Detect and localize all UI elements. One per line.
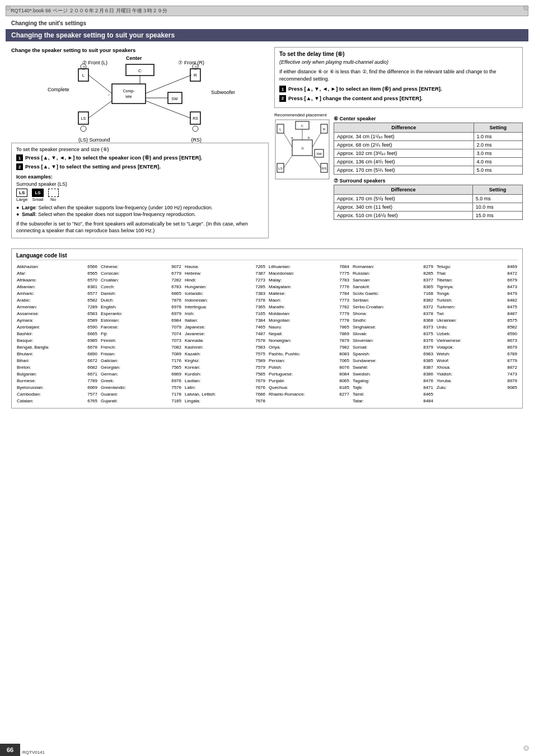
- lang-code: 7585: [255, 371, 265, 378]
- lang-code: 8377: [423, 277, 433, 284]
- lang-code: 7176: [171, 358, 181, 364]
- list-item: Yiddish:7473: [436, 371, 518, 378]
- lang-code: 6590: [87, 324, 97, 331]
- lang-name: Latin:: [185, 384, 196, 391]
- svg-text:C: C: [301, 124, 304, 128]
- list-item: Italian:7384: [184, 317, 266, 324]
- placement-and-tables: Recommended placement L C R: [274, 112, 523, 223]
- lang-code: 7869: [339, 331, 349, 337]
- surround-table-header-diff: Difference: [334, 185, 473, 194]
- lang-code: 7577: [87, 391, 97, 398]
- surround-table-header-setting: Setting: [472, 185, 522, 194]
- lang-code: 8590: [507, 331, 517, 337]
- list-item: Lingala:7678: [184, 398, 266, 405]
- right-panel: To set the delay time (⑥) (Effective onl…: [274, 47, 523, 243]
- right-step1-line: 1 Press [▲, ▼, ◄, ►] to select an item (…: [279, 86, 518, 92]
- list-item: Persian:7065: [268, 358, 350, 364]
- lang-code: 8472: [507, 270, 517, 277]
- list-item: Bengali, Bangla:6678: [16, 344, 98, 351]
- lang-code: 8479: [507, 290, 517, 297]
- list-item: Volapük:8679: [436, 344, 518, 351]
- list-item: Zulu:9085: [436, 384, 518, 391]
- lang-name: French:: [101, 344, 116, 351]
- lang-name: Kazakh:: [185, 351, 201, 358]
- lang-code: 7679: [255, 378, 265, 384]
- language-column: Abkhazian:6566Afar:6565Afrikaans:6570Alb…: [16, 264, 98, 405]
- list-item: Japanese:7465: [184, 324, 266, 331]
- lang-code: 8372: [423, 304, 433, 311]
- list-item: Icelandic:7383: [184, 290, 266, 297]
- list-item: Amharic:6577: [16, 290, 98, 297]
- lang-code: 7178: [171, 391, 181, 398]
- lang-code: 7783: [339, 277, 349, 284]
- list-item: Punjabi:8065: [268, 378, 350, 384]
- lang-code: 7465: [255, 324, 265, 331]
- lang-name: Mongolian:: [269, 317, 291, 324]
- list-item: Scots Gaelic:7168: [352, 290, 434, 297]
- main-title-bar: Changing the speaker setting to suit you…: [6, 29, 528, 41]
- list-item: Portuguese:8084: [268, 371, 350, 378]
- lang-name: Assamese:: [17, 311, 39, 317]
- list-item: Burmese:7789: [16, 378, 98, 384]
- lang-code: 8083: [339, 351, 349, 358]
- list-item: Tibetan:6679: [436, 277, 518, 284]
- list-item: Mongolian:7778: [268, 317, 350, 324]
- lang-name: Hindi:: [185, 277, 196, 284]
- lang-code: 8475: [507, 304, 517, 311]
- bullet-list: Large: Select when the speaker supports …: [16, 204, 264, 218]
- lang-name: Yoruba:: [437, 378, 452, 384]
- list-item: Albanian:8381: [16, 284, 98, 290]
- table-row: Approx. 102 cm (3³/₁₀ feet)3.0 ms: [334, 149, 523, 157]
- language-section: Language code list Abkhazian:6566Afar:65…: [11, 248, 523, 408]
- lang-name: Norwegian:: [269, 337, 291, 344]
- right-step2-line: 2 Press [▲, ▼] change the content and pr…: [279, 95, 518, 102]
- label-rs: (RS): [191, 137, 202, 143]
- svg-text:lete: lete: [125, 95, 132, 98]
- lang-code: 7168: [423, 290, 433, 297]
- svg-text:←: ←: [107, 93, 111, 97]
- lang-code: 7678: [255, 398, 265, 405]
- lang-code: 8076: [339, 364, 349, 371]
- delay-title: To set the delay time (⑥): [279, 51, 518, 57]
- list-item: English:6978: [100, 304, 182, 311]
- lang-name: Japanese:: [185, 324, 205, 331]
- lang-name: Tonga:: [437, 290, 450, 297]
- lang-name: Amharic:: [17, 290, 35, 297]
- svg-text:R: R: [323, 128, 326, 131]
- list-item: Gujarati:7185: [100, 398, 182, 405]
- list-item: Swedish:8386: [352, 371, 434, 378]
- list-item: Tagalog:8476: [352, 378, 434, 384]
- lang-name: Esperanto:: [101, 311, 123, 317]
- list-item: Guarani:7178: [100, 391, 182, 398]
- icon-small-label: Small: [32, 197, 44, 202]
- corner-marker-tr: [523, 4, 530, 11]
- lang-code: 7185: [171, 398, 181, 405]
- list-item: Frisian:7089: [100, 351, 182, 358]
- lang-name: Volapük:: [437, 344, 454, 351]
- lang-code: 7773: [339, 297, 349, 304]
- svg-line-28: [146, 75, 191, 93]
- lang-name: Galician:: [101, 358, 118, 364]
- note-text: If the subwoofer is set to "No", the fro…: [16, 220, 264, 234]
- lang-name: Arabic:: [17, 297, 31, 304]
- effective-note: (Effective only when playing multi-chann…: [279, 59, 518, 65]
- lang-name: Swahili:: [353, 364, 368, 371]
- lang-code: 6665: [87, 331, 97, 337]
- label-ls: (LS) Surround: [78, 137, 110, 143]
- list-item: Moldavian:7779: [268, 311, 350, 317]
- lang-code: 8381: [87, 284, 97, 290]
- lang-name: English:: [101, 304, 116, 311]
- list-item: Somali:8379: [352, 344, 434, 351]
- lang-code: 7684: [339, 264, 349, 270]
- lang-code: 6985: [87, 337, 97, 344]
- list-item: Kashmiri:7583: [184, 344, 266, 351]
- lang-name: Nauru:: [269, 324, 282, 331]
- list-item: Irish:7165: [184, 311, 266, 317]
- lang-name: Albanian:: [17, 284, 35, 290]
- delay-section: To set the delay time (⑥) (Effective onl…: [274, 47, 523, 108]
- list-item: Oriya:7982: [268, 344, 350, 351]
- lang-code: 7282: [171, 277, 181, 284]
- lang-code: 8379: [423, 344, 433, 351]
- list-item: Byelorussian:6669: [16, 384, 98, 391]
- lang-name: Latvian, Lettish:: [185, 391, 216, 398]
